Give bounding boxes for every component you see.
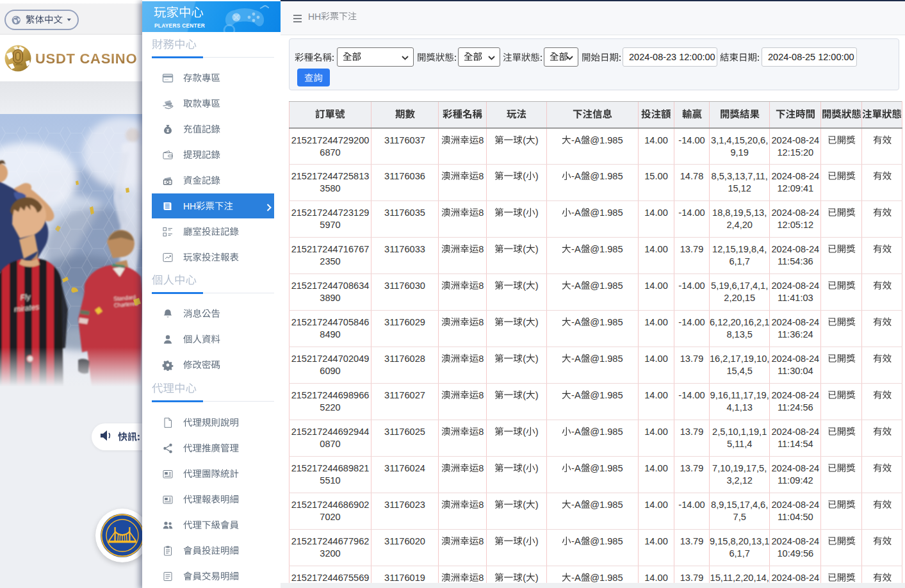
svg-text:Fly: Fly <box>20 292 31 302</box>
svg-text:Casino: Casino <box>13 63 23 66</box>
